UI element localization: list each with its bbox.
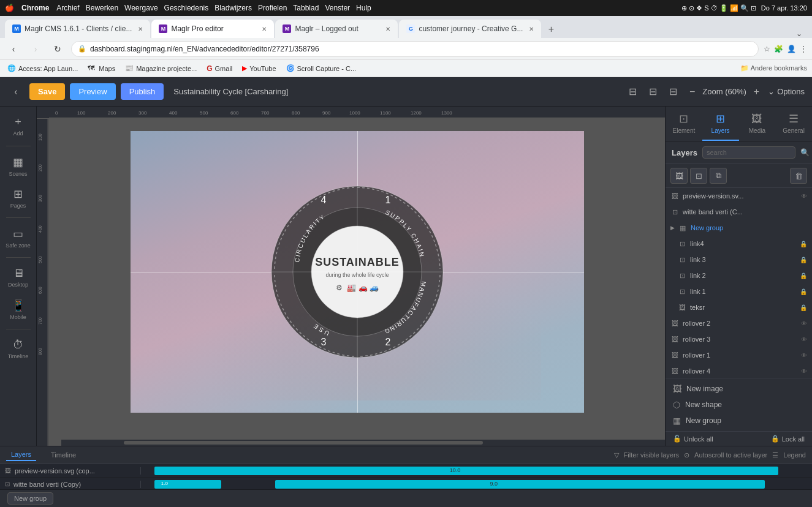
layer-eye-1[interactable]: 👁	[801, 193, 807, 200]
options-button[interactable]: ⌄ Options	[768, 87, 805, 96]
layer-item-rollover2[interactable]: 🖼 rollover 2 👁	[666, 315, 812, 331]
refresh-button[interactable]: ↻	[49, 40, 66, 58]
bookmark-icon[interactable]: ☆	[764, 45, 770, 53]
sidebar-item-timeline[interactable]: ⏱ Timeline	[4, 334, 33, 364]
unlock-all-button[interactable]: 🔓 Unlock all	[673, 435, 713, 443]
tab-element[interactable]: ⊡ Element	[666, 107, 702, 141]
zoom-in-button[interactable]: +	[750, 84, 763, 100]
layers-search-icon[interactable]: 🔍	[800, 148, 810, 157]
menu-hulp[interactable]: Hulp	[356, 4, 371, 12]
timeline-track-2[interactable]: 1.0 9.0	[141, 478, 812, 489]
sidebar-item-pages[interactable]: ⊞ Pages	[4, 183, 33, 212]
new-group-panel-button[interactable]: ▦ New group	[666, 413, 812, 429]
layer-item-new-group[interactable]: ▶ ▦ New group	[666, 220, 812, 236]
bookmark-app-launcher[interactable]: 🌐 Access: App Laun...	[5, 63, 80, 74]
menu-bladwijzers[interactable]: Bladwijzers	[214, 4, 252, 12]
save-button[interactable]: Save	[29, 83, 65, 100]
layer-item-link4[interactable]: ⊡ link4 🔒	[666, 236, 812, 252]
forward-button[interactable]: ›	[27, 40, 44, 58]
menu-venster[interactable]: Venster	[325, 4, 350, 12]
tab-customer-journey[interactable]: G customer journey - Creative G... ✕	[399, 20, 541, 38]
new-shape-button[interactable]: ⬡ New shape	[666, 397, 812, 413]
align-right-icon[interactable]: ⊟	[666, 83, 681, 100]
tab-overflow[interactable]: ⌄	[791, 29, 807, 38]
tab-media[interactable]: 🖼 Media	[739, 107, 776, 141]
layer-item-link2[interactable]: ⊡ link 2 🔒	[666, 268, 812, 284]
layer-eye-rollover3[interactable]: 👁	[801, 336, 807, 343]
layer-item-witte-band[interactable]: ⊡ witte band verti (C...	[666, 204, 812, 220]
layer-item-rollover1[interactable]: 🖼 rollover 1 👁	[666, 347, 812, 363]
tab-close-4[interactable]: ✕	[529, 26, 534, 32]
layer-tool-image[interactable]: 🖼	[670, 168, 688, 184]
bookmark-youtube[interactable]: ▶ YouTube	[240, 63, 278, 73]
lock-all-button[interactable]: 🔒 Lock all	[771, 435, 805, 443]
url-bar[interactable]: 🔒 dashboard.stagingmag.nl/en_EN/advanced…	[71, 41, 759, 57]
menu-icon[interactable]: ⋮	[800, 45, 807, 53]
sidebar-item-scenes[interactable]: ▦ Scenes	[4, 151, 33, 181]
bookmark-gmail[interactable]: G Gmail	[204, 63, 235, 74]
canvas-scrollbar-h[interactable]	[61, 440, 665, 446]
sidebar-item-safezone[interactable]: ▭ Safe zone	[4, 223, 33, 252]
layer-eye-rollover4[interactable]: 👁	[801, 368, 807, 375]
filter-visible-button[interactable]: Filter visible layers	[624, 451, 679, 459]
profile-icon[interactable]: 👤	[787, 45, 796, 53]
legend-button[interactable]: Legend	[783, 451, 806, 459]
layer-lock-link4[interactable]: 🔒	[800, 241, 807, 247]
layer-lock-link1[interactable]: 🔒	[800, 288, 807, 295]
new-tab-button[interactable]: +	[542, 21, 560, 38]
align-center-icon[interactable]: ⊟	[645, 83, 661, 100]
tab-layers[interactable]: ⊞ Layers	[702, 107, 739, 141]
zoom-out-button[interactable]: −	[686, 84, 699, 100]
sidebar-item-mobile[interactable]: 📱 Mobile	[4, 295, 33, 324]
align-left-icon[interactable]: ⊟	[625, 83, 640, 100]
layer-lock-teksr[interactable]: 🔒	[800, 304, 807, 311]
menu-geschiedenis[interactable]: Geschiedenis	[164, 4, 209, 12]
layer-item-rollover4[interactable]: 🖼 rollover 4 👁	[666, 363, 812, 378]
tab-close-1[interactable]: ✕	[138, 26, 143, 32]
bottom-tab-layers[interactable]: Layers	[6, 449, 36, 461]
layers-search-input[interactable]	[702, 146, 795, 159]
toolbar-back-button[interactable]: ‹	[7, 83, 25, 100]
sidebar-item-desktop[interactable]: 🖥 Desktop	[4, 263, 33, 292]
scrollbar-thumb-h[interactable]	[124, 441, 483, 445]
tab-maglr-logged-out[interactable]: M Maglr – Logged out ✕	[275, 20, 398, 38]
tab-general[interactable]: ☰ General	[775, 107, 812, 141]
sidebar-item-add[interactable]: + Add	[4, 111, 33, 141]
tab-close-3[interactable]: ✕	[385, 26, 390, 32]
timeline-track-1[interactable]: 10.0	[141, 464, 812, 477]
canvas-area[interactable]: 1 4 2 3 SUPPLY CHAIN	[49, 119, 665, 446]
autoscroll-button[interactable]: Autoscroll to active layer	[694, 451, 767, 459]
menu-bewerken[interactable]: Bewerken	[86, 4, 118, 12]
extensions-icon[interactable]: 🧩	[774, 45, 783, 53]
layer-item-link3[interactable]: ⊡ link 3 🔒	[666, 252, 812, 268]
layer-item-link1[interactable]: ⊡ link 1 🔒	[666, 284, 812, 299]
layer-eye-rollover2[interactable]: 👁	[801, 320, 807, 327]
tab-maglr-cms[interactable]: M Maglr CMS 1.6.1 - Clients / clie... ✕	[5, 20, 150, 38]
tab-close-2[interactable]: ✕	[262, 26, 267, 32]
layer-lock-link2[interactable]: 🔒	[800, 272, 807, 279]
menu-weergave[interactable]: Weergave	[124, 4, 157, 12]
tab-maglr-editor[interactable]: M Maglr Pro editor ✕	[151, 20, 274, 38]
layer-eye-rollover1[interactable]: 👁	[801, 352, 807, 359]
other-bookmarks[interactable]: 📁 Andere bookmarks	[740, 64, 807, 72]
bookmark-magazine[interactable]: 📰 Magazine projecte...	[123, 63, 199, 74]
layer-item-teksr[interactable]: 🖼 teksr 🔒	[666, 299, 812, 315]
menu-tabblad[interactable]: Tabblad	[293, 4, 319, 12]
bookmark-scroll-capture[interactable]: 🌀 Scroll Capture - C...	[284, 63, 359, 73]
bookmark-maps[interactable]: 🗺 Maps	[85, 63, 118, 74]
back-button[interactable]: ‹	[5, 40, 22, 58]
layer-tool-copy[interactable]: ⧉	[710, 168, 727, 184]
menu-profielen[interactable]: Profielen	[258, 4, 287, 12]
layer-item-preview-version[interactable]: 🖼 preview-version.sv... 👁	[666, 188, 812, 204]
layer-tool-shape[interactable]: ⊡	[690, 168, 707, 184]
timeline-new-group-button[interactable]: New group	[7, 492, 53, 505]
publish-button[interactable]: Publish	[121, 83, 164, 100]
bottom-tab-timeline[interactable]: Timeline	[46, 449, 81, 460]
tab-favicon-1: M	[12, 24, 21, 33]
layer-lock-link3[interactable]: 🔒	[800, 257, 807, 263]
layer-item-rollover3[interactable]: 🖼 rollover 3 👁	[666, 331, 812, 347]
new-image-button[interactable]: 🖼 New image	[666, 381, 812, 397]
menu-archief[interactable]: Archief	[56, 4, 79, 12]
preview-button[interactable]: Preview	[70, 83, 115, 100]
layer-tool-delete[interactable]: 🗑	[790, 168, 807, 184]
